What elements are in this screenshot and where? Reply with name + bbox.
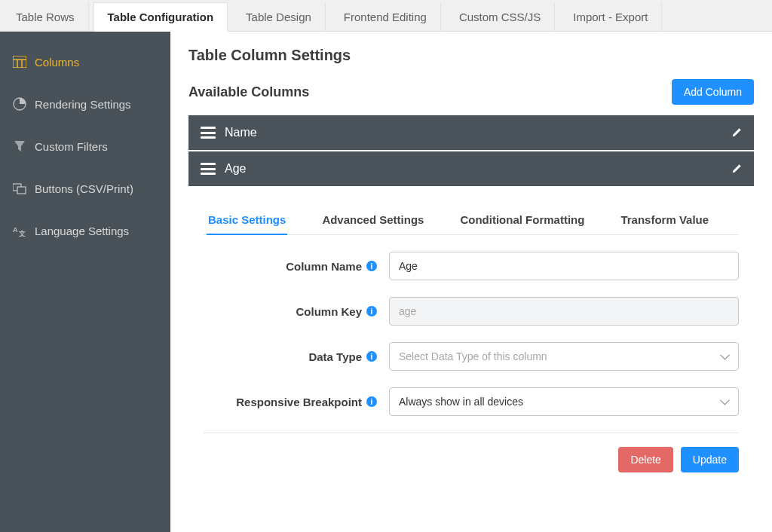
action-row: Delete Update (188, 447, 739, 472)
sub-tab-basic-settings[interactable]: Basic Settings (207, 206, 287, 235)
sidebar-item-custom-filters[interactable]: Custom Filters (0, 125, 170, 167)
tab-import-export[interactable]: Import - Export (559, 2, 662, 31)
drag-handle-icon[interactable] (201, 163, 216, 175)
column-key-input (389, 297, 739, 326)
sub-tab-advanced-settings[interactable]: Advanced Settings (320, 206, 425, 234)
info-icon[interactable]: i (366, 306, 377, 316)
svg-text:文: 文 (18, 230, 26, 237)
filter-icon (12, 139, 27, 154)
column-name-input[interactable] (389, 252, 739, 280)
available-columns-title: Available Columns (188, 84, 309, 100)
add-column-button[interactable]: Add Column (672, 79, 754, 105)
info-icon[interactable]: i (366, 261, 377, 271)
sidebar-item-rendering-settings[interactable]: Rendering Settings (0, 83, 170, 125)
svg-text:A: A (13, 226, 18, 234)
render-icon (12, 96, 27, 112)
column-bar-age[interactable]: Age (188, 151, 754, 186)
update-button[interactable]: Update (681, 447, 739, 472)
main-content: Table Column Settings Available Columns … (170, 32, 772, 532)
top-tabs: Table Rows Table Configuration Table Des… (0, 0, 772, 32)
data-type-select[interactable]: Select Data Type of this column (389, 342, 739, 371)
column-bar-label: Age (225, 162, 731, 176)
sub-tabs: Basic Settings Advanced Settings Conditi… (204, 206, 739, 235)
column-key-label: Column Key i (204, 305, 377, 318)
sidebar-item-label: Custom Filters (35, 140, 108, 153)
tab-frontend-editing[interactable]: Frontend Editing (330, 2, 441, 31)
column-name-label: Column Name i (204, 260, 377, 273)
responsive-breakpoint-label: Responsive Breakpoint i (204, 396, 377, 408)
svg-rect-6 (17, 187, 26, 194)
sidebar-item-label: Columns (35, 56, 79, 69)
form-area: Column Name i Column Key i Data Type (204, 252, 739, 416)
delete-button[interactable]: Delete (618, 447, 672, 472)
pencil-icon[interactable] (731, 127, 742, 138)
language-icon: A文 (12, 223, 27, 238)
sidebar-item-label: Rendering Settings (35, 98, 131, 111)
drag-handle-icon[interactable] (201, 127, 216, 139)
table-icon (12, 54, 27, 69)
svg-rect-0 (13, 56, 26, 68)
column-bar-name[interactable]: Name (188, 115, 754, 150)
buttons-icon (12, 181, 27, 196)
responsive-breakpoint-select[interactable]: Always show in all devices (389, 387, 739, 416)
pencil-icon[interactable] (731, 164, 742, 174)
sidebar: Columns Rendering Settings Custom Filter… (0, 32, 170, 532)
sub-tab-transform-value[interactable]: Transform Value (619, 206, 710, 234)
tab-table-configuration[interactable]: Table Configuration (93, 2, 228, 32)
tab-table-rows[interactable]: Table Rows (2, 2, 89, 31)
info-icon[interactable]: i (366, 351, 377, 362)
info-icon[interactable]: i (366, 396, 377, 407)
sidebar-item-label: Language Settings (35, 225, 129, 237)
sidebar-item-label: Buttons (CSV/Print) (35, 182, 133, 195)
sidebar-item-buttons[interactable]: Buttons (CSV/Print) (0, 167, 170, 209)
tab-custom-css-js[interactable]: Custom CSS/JS (446, 2, 555, 31)
divider (204, 433, 739, 433)
column-bar-label: Name (225, 126, 731, 139)
sub-tab-conditional-formatting[interactable]: Conditional Formatting (458, 206, 586, 234)
page-title: Table Column Settings (188, 47, 754, 64)
sidebar-item-columns[interactable]: Columns (0, 41, 170, 83)
sidebar-item-language-settings[interactable]: A文 Language Settings (0, 209, 170, 252)
data-type-label: Data Type i (204, 350, 377, 363)
tab-table-design[interactable]: Table Design (232, 2, 326, 31)
